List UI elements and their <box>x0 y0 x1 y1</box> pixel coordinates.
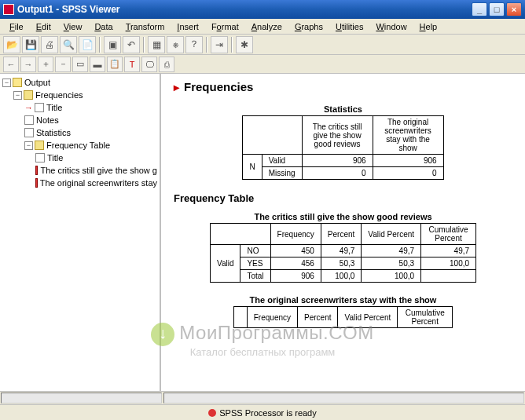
cell: 50,3 <box>362 257 421 270</box>
goto-case-button[interactable]: ⎈ <box>167 36 184 53</box>
tree-label: The critics still give the show g <box>40 164 157 177</box>
cell: 450 <box>270 245 321 257</box>
tree-label: Statistics <box>36 126 71 139</box>
empty-header <box>210 224 270 245</box>
freq-table-2[interactable]: Frequency Percent Valid Percent Cumulati… <box>233 306 453 328</box>
menu-file[interactable]: File <box>3 20 30 33</box>
toolbar-main: 📂 💾 🖨 🔍 📄 ▣ ↶ ▦ ⎈ ？ ⇥ ✱ <box>0 35 525 55</box>
hide-button[interactable]: ▬ <box>90 57 105 72</box>
col-freq: Frequency <box>247 307 297 328</box>
menubar: File Edit View Data Transform Insert For… <box>0 19 525 35</box>
table-icon <box>35 166 38 175</box>
undo-button[interactable]: ↶ <box>123 36 140 53</box>
menu-data[interactable]: Data <box>88 20 119 33</box>
close-button[interactable]: × <box>506 2 522 16</box>
show-button[interactable]: ▭ <box>72 57 88 72</box>
content-scrollbar[interactable] <box>163 393 524 404</box>
demote-button[interactable]: → <box>20 57 36 72</box>
tree-statistics[interactable]: Statistics <box>2 126 157 139</box>
menu-graphs[interactable]: Graphs <box>288 20 329 33</box>
tree-scrollbar[interactable] <box>1 393 162 404</box>
row-no: NO <box>240 245 270 257</box>
stats-title: Statistics <box>174 104 512 114</box>
menu-transform[interactable]: Transform <box>119 20 171 33</box>
tree-title[interactable]: →Title <box>2 101 157 114</box>
col-critics: The critics still give the show good rev… <box>302 116 373 155</box>
freq-table-heading: Frequency Table <box>174 192 512 204</box>
collapse-icon[interactable]: − <box>24 141 33 150</box>
insert-chart-button[interactable]: ⎙ <box>159 57 174 72</box>
workspace: −Output −Frequencies →Title Notes Statis… <box>0 74 525 391</box>
menu-format[interactable]: Format <box>205 20 245 33</box>
menu-utilities[interactable]: Utilities <box>329 20 369 33</box>
cell: 906 <box>270 270 321 283</box>
folder-icon <box>24 90 33 100</box>
minimize-button[interactable]: _ <box>472 2 487 16</box>
save-button[interactable]: 💾 <box>22 36 39 53</box>
row-yes: YES <box>240 257 270 270</box>
cell: 0 <box>302 167 373 180</box>
table-icon <box>35 178 38 188</box>
insert-text-button[interactable]: 🖵 <box>141 57 157 72</box>
page-icon <box>24 115 34 125</box>
menu-analyze[interactable]: Analyze <box>245 20 288 33</box>
collapse-icon[interactable]: − <box>2 79 11 87</box>
promote-button[interactable]: ← <box>3 57 19 72</box>
cell: 456 <box>270 257 321 270</box>
col-vpct: Valid Percent <box>362 224 421 245</box>
print-button[interactable]: 🖨 <box>41 36 58 53</box>
tree-frequencies[interactable]: −Frequencies <box>2 89 157 101</box>
tree-critics[interactable]: The critics still give the show g <box>2 164 157 177</box>
export-button[interactable]: 📄 <box>79 36 96 53</box>
maximize-button[interactable]: □ <box>489 2 505 16</box>
menu-insert[interactable]: Insert <box>171 20 205 33</box>
toolbar-separator <box>99 37 101 53</box>
scrollbar-row <box>0 391 525 404</box>
tree-label: Title <box>46 101 62 114</box>
designate-window-button[interactable]: ✱ <box>236 36 253 53</box>
cell: 49,7 <box>421 245 476 257</box>
tree-label: Output <box>24 76 50 89</box>
row-valid: Valid <box>210 245 240 283</box>
row-valid: Valid <box>262 155 302 167</box>
goto-data-button[interactable]: ▦ <box>148 36 165 53</box>
output-icon <box>13 78 22 87</box>
open-button[interactable]: 📂 <box>3 36 20 53</box>
collapse-button[interactable]: － <box>55 57 71 72</box>
outline-pane[interactable]: −Output −Frequencies →Title Notes Statis… <box>0 74 161 391</box>
cell: 50,3 <box>321 257 361 270</box>
tree-frequency-table[interactable]: −Frequency Table <box>2 139 157 152</box>
window-title: Output1 - SPSS Viewer <box>17 4 470 15</box>
content-pane[interactable]: ▸Frequencies Statistics The critics stil… <box>161 74 525 391</box>
tree-notes[interactable]: Notes <box>2 114 157 126</box>
cell: 100,0 <box>362 270 421 283</box>
cell: 100,0 <box>421 257 476 270</box>
expand-button[interactable]: ＋ <box>38 57 53 72</box>
arrow-icon: → <box>24 101 33 114</box>
empty-header <box>233 307 247 328</box>
table-row: YES 456 50,3 50,3 100,0 <box>210 257 475 270</box>
cell: 49,7 <box>362 245 421 257</box>
col-cpct: Cumulative Percent <box>421 224 476 245</box>
collapse-icon[interactable]: − <box>13 91 22 100</box>
tree-writers[interactable]: The original screenwriters stay <box>2 177 157 189</box>
menu-window[interactable]: Window <box>369 20 413 33</box>
freq-table-1[interactable]: Frequency Percent Valid Percent Cumulati… <box>210 223 476 283</box>
insert-title-button[interactable]: T <box>124 57 140 72</box>
menu-help[interactable]: Help <box>413 20 444 33</box>
dialog-recall-button[interactable]: ▣ <box>104 36 121 53</box>
tree-label: Title <box>47 152 63 164</box>
menu-view[interactable]: View <box>57 20 89 33</box>
table-row: Total 906 100,0 100,0 <box>210 270 475 283</box>
tree-title-2[interactable]: Title <box>2 152 157 164</box>
menu-edit[interactable]: Edit <box>30 20 57 33</box>
tree-output[interactable]: −Output <box>2 76 157 89</box>
preview-button[interactable]: 🔍 <box>60 36 77 53</box>
page-title: ▸Frequencies <box>174 80 512 93</box>
variables-button[interactable]: ？ <box>185 36 203 53</box>
insert-heading-button[interactable]: 📋 <box>107 57 123 72</box>
toolbar-separator <box>143 37 145 53</box>
statistics-table[interactable]: The critics still give the show good rev… <box>242 115 443 180</box>
cell: 100,0 <box>321 270 361 283</box>
select-last-button[interactable]: ⇥ <box>211 36 228 53</box>
